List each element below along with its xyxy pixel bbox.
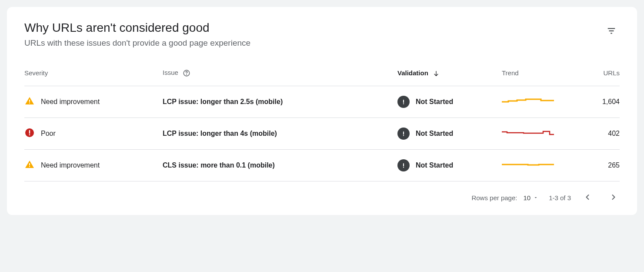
svg-rect-4 (403, 100, 404, 103)
validation-label: Not Started (416, 161, 453, 169)
col-header-validation[interactable]: Validation (394, 69, 498, 86)
issues-card: Why URLs aren't considered good URLs wit… (7, 7, 637, 215)
filter-icon (607, 30, 616, 37)
page-size-select[interactable]: 10 (523, 194, 538, 201)
issue-text: LCP issue: longer than 2.5s (mobile) (163, 98, 283, 105)
severity-cell: Need improvement (24, 159, 156, 171)
trend-sparkline (498, 150, 577, 181)
previous-page-button[interactable] (581, 191, 594, 205)
error-circle-icon (24, 128, 35, 140)
svg-point-1 (187, 74, 187, 75)
filter-button[interactable] (603, 23, 620, 40)
col-header-trend[interactable]: Trend (498, 69, 577, 86)
col-header-issue[interactable]: Issue (159, 69, 394, 86)
validation-cell: Not Started (397, 96, 495, 108)
svg-rect-3 (29, 103, 30, 104)
validation-cell: Not Started (397, 159, 495, 171)
issue-header-label: Issue (163, 69, 178, 76)
issue-text: CLS issue: more than 0.1 (mobile) (163, 161, 275, 169)
svg-rect-7 (29, 130, 30, 134)
svg-rect-9 (403, 131, 404, 134)
table-row[interactable]: Poor LCP issue: longer than 4s (mobile) … (24, 118, 620, 150)
svg-rect-12 (29, 166, 30, 167)
svg-rect-10 (403, 135, 404, 136)
card-subtitle: URLs with these issues don't provide a g… (24, 38, 603, 48)
rows-per-page: Rows per page: 10 (471, 194, 538, 201)
issues-table: Severity Issue Validation Trend URLs (24, 69, 620, 181)
svg-rect-2 (29, 100, 30, 102)
url-count: 402 (577, 118, 620, 150)
chevron-right-icon (609, 196, 618, 203)
chevron-left-icon (583, 196, 592, 203)
exclamation-icon (397, 159, 410, 171)
table-header-row: Severity Issue Validation Trend URLs (24, 69, 620, 86)
exclamation-icon (397, 128, 410, 140)
url-count: 1,604 (577, 86, 620, 118)
header-text: Why URLs aren't considered good URLs wit… (24, 21, 603, 69)
pagination-bar: Rows per page: 10 1-3 of 3 (24, 181, 620, 205)
svg-rect-11 (29, 163, 30, 165)
trend-sparkline (498, 86, 577, 118)
rows-per-page-label: Rows per page: (471, 194, 517, 201)
help-icon[interactable] (183, 69, 190, 77)
col-header-severity[interactable]: Severity (24, 69, 159, 86)
severity-label: Poor (41, 130, 56, 138)
next-page-button[interactable] (607, 191, 620, 205)
warning-triangle-icon (24, 159, 35, 171)
issue-text: LCP issue: longer than 4s (mobile) (163, 130, 277, 137)
validation-label: Not Started (416, 98, 453, 106)
table-body: Need improvement LCP issue: longer than … (24, 86, 620, 181)
table-row[interactable]: Need improvement LCP issue: longer than … (24, 86, 620, 118)
warning-triangle-icon (24, 96, 35, 108)
col-header-urls[interactable]: URLs (577, 69, 620, 86)
svg-rect-8 (29, 134, 30, 135)
exclamation-icon (397, 96, 410, 108)
sort-arrow-down-icon (433, 70, 440, 77)
pagination-range: 1-3 of 3 (549, 194, 571, 201)
severity-cell: Poor (24, 128, 156, 140)
svg-rect-13 (403, 163, 404, 166)
validation-header-label: Validation (397, 69, 428, 77)
card-header: Why URLs aren't considered good URLs wit… (24, 21, 620, 69)
table-row[interactable]: Need improvement CLS issue: more than 0.… (24, 150, 620, 181)
card-title: Why URLs aren't considered good (24, 21, 603, 35)
page-size-value: 10 (523, 194, 531, 201)
severity-cell: Need improvement (24, 96, 156, 108)
trend-sparkline (498, 118, 577, 150)
validation-cell: Not Started (397, 128, 495, 140)
severity-label: Need improvement (41, 161, 100, 169)
url-count: 265 (577, 150, 620, 181)
validation-label: Not Started (416, 130, 453, 138)
pager-buttons (581, 191, 620, 205)
svg-rect-14 (403, 167, 404, 168)
dropdown-triangle-icon (533, 194, 538, 201)
severity-label: Need improvement (41, 98, 100, 106)
svg-rect-5 (403, 103, 404, 104)
